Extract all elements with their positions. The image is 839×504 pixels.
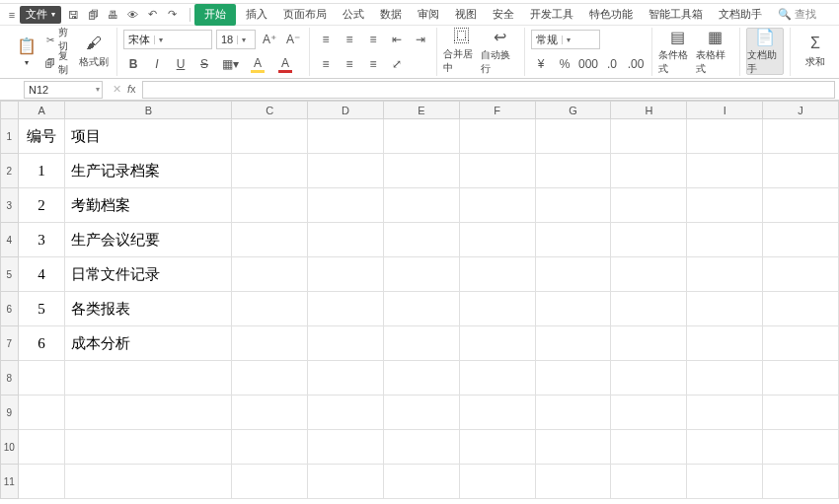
cell[interactable] — [459, 119, 535, 154]
cell[interactable] — [535, 292, 611, 326]
print-preview-icon[interactable]: 👁 — [124, 7, 140, 23]
cell[interactable] — [308, 430, 384, 465]
cell[interactable] — [308, 257, 384, 292]
cell[interactable] — [763, 430, 839, 465]
cell[interactable]: 2 — [18, 188, 65, 223]
cell[interactable] — [383, 430, 459, 465]
paste-button[interactable]: 📋 ▾ — [10, 28, 44, 75]
cell[interactable] — [232, 154, 308, 188]
align-center-icon[interactable]: ≡ — [340, 54, 359, 74]
row-header[interactable]: 1 — [1, 119, 19, 154]
cell[interactable]: 1 — [18, 154, 65, 188]
cell[interactable]: 4 — [18, 257, 65, 292]
copy-button[interactable]: 🗐复制 — [44, 52, 77, 74]
row-header[interactable]: 3 — [1, 188, 19, 223]
print-icon[interactable]: 🖶 — [105, 7, 120, 23]
cell[interactable] — [18, 465, 65, 499]
column-header[interactable]: H — [611, 102, 687, 119]
wrap-text-button[interactable]: ↩自动换行 — [481, 28, 518, 75]
tab-review[interactable]: 审阅 — [410, 4, 447, 26]
cell[interactable] — [611, 223, 687, 257]
align-right-icon[interactable]: ≡ — [363, 54, 383, 74]
cell[interactable] — [65, 361, 232, 396]
underline-icon[interactable]: U — [171, 54, 191, 74]
italic-icon[interactable]: I — [147, 54, 167, 74]
cell[interactable] — [18, 430, 65, 465]
tab-formula[interactable]: 公式 — [335, 4, 372, 26]
table-style-button[interactable]: ▦表格样式 — [696, 28, 733, 75]
cell[interactable] — [611, 119, 687, 154]
cell[interactable] — [611, 257, 687, 292]
cell[interactable] — [611, 430, 687, 465]
cell[interactable] — [308, 361, 384, 396]
file-menu[interactable]: 文件 ▾ — [20, 6, 61, 24]
cell[interactable] — [611, 361, 687, 396]
cell[interactable] — [383, 465, 459, 499]
cell[interactable] — [383, 292, 459, 326]
tab-view[interactable]: 视图 — [447, 4, 485, 26]
cell[interactable] — [383, 396, 459, 430]
indent-increase-icon[interactable]: ⇥ — [411, 30, 430, 49]
sum-button[interactable]: Σ求和 — [797, 28, 834, 75]
cell[interactable] — [383, 257, 459, 292]
align-left-icon[interactable]: ≡ — [316, 54, 336, 74]
strikethrough-icon[interactable]: S — [194, 54, 214, 74]
align-top-icon[interactable]: ≡ — [316, 30, 336, 49]
cell[interactable] — [459, 465, 535, 499]
row-header[interactable]: 11 — [1, 465, 19, 499]
tab-insert[interactable]: 插入 — [238, 4, 275, 26]
cancel-icon[interactable]: ✕ — [113, 83, 121, 96]
cell[interactable] — [763, 119, 839, 154]
cell[interactable] — [687, 326, 763, 361]
cell[interactable] — [687, 154, 763, 188]
row-header[interactable]: 10 — [1, 430, 19, 465]
cell[interactable] — [611, 396, 687, 430]
column-header[interactable]: J — [763, 102, 839, 119]
column-header[interactable]: D — [308, 102, 384, 119]
tab-developer[interactable]: 开发工具 — [522, 4, 581, 26]
cell[interactable] — [763, 223, 839, 257]
cell[interactable] — [611, 188, 687, 223]
comma-icon[interactable]: 000 — [578, 54, 598, 74]
cell[interactable] — [65, 465, 232, 499]
cell[interactable] — [383, 119, 459, 154]
border-icon[interactable]: ▦▾ — [218, 54, 242, 74]
cell[interactable] — [763, 292, 839, 326]
cell[interactable] — [535, 119, 611, 154]
undo-icon[interactable]: ↶ — [144, 7, 160, 23]
cell[interactable] — [535, 257, 611, 292]
app-menu-icon[interactable]: ≡ — [4, 7, 20, 23]
tab-start[interactable]: 开始 — [194, 4, 236, 26]
cell[interactable] — [687, 257, 763, 292]
font-size-combo[interactable]: 18▾ — [216, 30, 256, 49]
cell[interactable] — [459, 223, 535, 257]
cell[interactable]: 3 — [18, 223, 65, 257]
cell[interactable] — [611, 326, 687, 361]
cell[interactable] — [763, 154, 839, 188]
cell[interactable] — [763, 396, 839, 430]
cell[interactable] — [535, 154, 611, 188]
cell[interactable] — [687, 292, 763, 326]
orientation-icon[interactable]: ⤢ — [387, 54, 407, 74]
cell[interactable]: 各类报表 — [65, 292, 232, 326]
cell[interactable] — [763, 326, 839, 361]
cell[interactable] — [308, 119, 384, 154]
cell[interactable]: 编号 — [18, 119, 65, 154]
align-bottom-icon[interactable]: ≡ — [363, 30, 383, 49]
cell[interactable]: 6 — [18, 326, 65, 361]
format-painter-button[interactable]: 🖌 格式刷 — [76, 28, 111, 75]
cell[interactable] — [232, 326, 308, 361]
cell[interactable] — [459, 188, 535, 223]
number-format-combo[interactable]: 常规▾ — [531, 30, 600, 49]
cell[interactable] — [232, 361, 308, 396]
cell[interactable] — [687, 430, 763, 465]
cell[interactable] — [763, 465, 839, 499]
cell[interactable] — [687, 119, 763, 154]
tab-security[interactable]: 安全 — [485, 4, 522, 26]
cell[interactable] — [232, 396, 308, 430]
row-header[interactable]: 4 — [1, 223, 19, 257]
tab-data[interactable]: 数据 — [372, 4, 410, 26]
font-color-icon[interactable]: A — [273, 54, 297, 74]
cell[interactable] — [383, 361, 459, 396]
cell[interactable] — [687, 465, 763, 499]
